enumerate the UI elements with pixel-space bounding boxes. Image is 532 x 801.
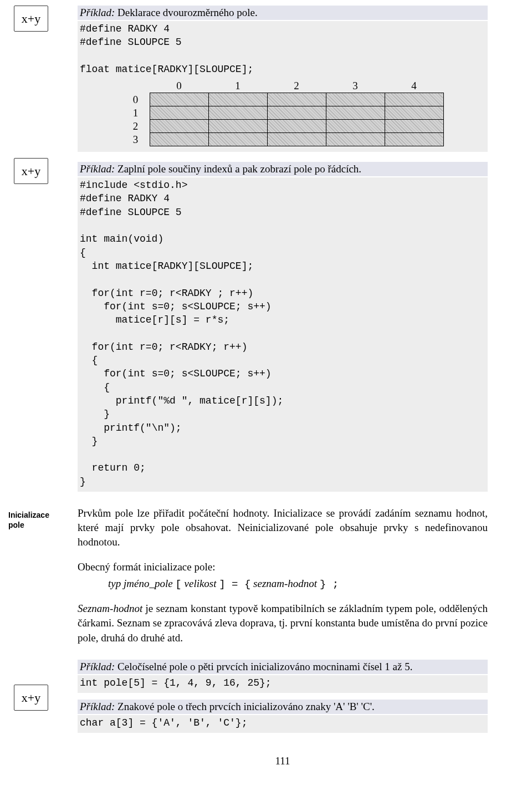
body-p2: Obecný formát inicializace pole: bbox=[78, 560, 488, 574]
fmt-b1: [ bbox=[175, 578, 181, 590]
matrix-cell bbox=[385, 106, 443, 120]
matrix-cell bbox=[326, 93, 385, 106]
formula-icon-text: x+y bbox=[22, 12, 40, 26]
example-label: Příklad: bbox=[80, 163, 115, 175]
formula-icon-text: x+y bbox=[22, 691, 40, 705]
example4-code: char a[3] = {'A', 'B', 'C'}; bbox=[78, 715, 488, 733]
p3-term: Seznam-hodnot bbox=[78, 603, 142, 614]
formula-icon: x+y bbox=[14, 685, 48, 711]
matrix-cell bbox=[267, 106, 326, 120]
example1-title: Deklarace dvourozměrného pole. bbox=[115, 7, 257, 18]
matrix-cell bbox=[385, 93, 443, 106]
matrix-cell bbox=[385, 120, 443, 133]
matrix-cell bbox=[267, 133, 326, 146]
matrix-cell bbox=[150, 106, 208, 120]
matrix-cell bbox=[326, 106, 385, 120]
formula-icon: x+y bbox=[14, 6, 48, 32]
margin-label-inicializace: Inicializace pole bbox=[8, 510, 64, 530]
formula-icon: x+y bbox=[14, 158, 48, 184]
matrix-row-header: 1 bbox=[122, 106, 150, 120]
matrix-cell bbox=[326, 120, 385, 133]
matrix-cell bbox=[208, 133, 267, 146]
fmt-b3: } ; bbox=[320, 578, 339, 590]
matrix-col-header: 1 bbox=[208, 79, 267, 93]
body-format-line: typ jméno_pole [ velikost ] = { seznam-h… bbox=[78, 576, 488, 591]
fmt-b2: ] = { bbox=[219, 578, 250, 590]
matrix-cell bbox=[267, 93, 326, 106]
matrix-cell bbox=[326, 133, 385, 146]
matrix-cell bbox=[150, 120, 208, 133]
matrix-cell bbox=[208, 120, 267, 133]
example2-title: Zaplní pole součiny indexů a pak zobrazí… bbox=[115, 163, 361, 175]
matrix-cell bbox=[385, 133, 443, 146]
matrix-row-header: 2 bbox=[122, 120, 150, 133]
page-number: 111 bbox=[78, 755, 488, 767]
matrix-cell bbox=[208, 106, 267, 120]
matrix-col-header: 0 bbox=[150, 79, 208, 93]
example-label: Příklad: bbox=[80, 701, 115, 712]
matrix-col-header: 2 bbox=[267, 79, 326, 93]
fmt-mid1: velikost bbox=[182, 578, 219, 589]
example3-code: int pole[5] = {1, 4, 9, 16, 25}; bbox=[78, 675, 488, 693]
example4-title: Znakové pole o třech prvcích inicializov… bbox=[115, 701, 374, 712]
example1-heading: Příklad: Deklarace dvourozměrného pole. bbox=[78, 6, 488, 20]
formula-icon-text: x+y bbox=[22, 164, 40, 178]
example-label: Příklad: bbox=[80, 7, 115, 18]
matrix-row-header: 0 bbox=[122, 93, 150, 106]
example2-code: #include <stdio.h> #define RADKY 4 #defi… bbox=[78, 177, 488, 492]
example4-heading: Příklad: Znakové pole o třech prvcích in… bbox=[78, 700, 488, 714]
fmt-mid2: seznam-hodnot bbox=[250, 578, 320, 589]
matrix-cell bbox=[150, 93, 208, 106]
body-p1: Prvkům pole lze přiřadit počáteční hodno… bbox=[78, 506, 488, 550]
matrix-cell bbox=[208, 93, 267, 106]
matrix-col-header: 4 bbox=[385, 79, 443, 93]
fmt-pre: typ jméno_pole bbox=[108, 578, 175, 589]
matrix-illustration: 012340123 bbox=[78, 79, 488, 152]
matrix-cell bbox=[150, 133, 208, 146]
example3-heading: Příklad: Celočíselné pole o pěti prvcích… bbox=[78, 660, 488, 674]
matrix-row-header: 3 bbox=[122, 133, 150, 146]
matrix-col-header: 3 bbox=[326, 79, 385, 93]
body-p3: Seznam-hodnot je seznam konstant typově … bbox=[78, 601, 488, 645]
example1-code: #define RADKY 4 #define SLOUPCE 5 float … bbox=[78, 21, 488, 79]
example3-title: Celočíselné pole o pěti prvcích iniciali… bbox=[115, 661, 412, 672]
example2-heading: Příklad: Zaplní pole součiny indexů a pa… bbox=[78, 162, 488, 176]
matrix-cell bbox=[267, 120, 326, 133]
example-label: Příklad: bbox=[80, 661, 115, 672]
matrix-table: 012340123 bbox=[122, 79, 444, 146]
